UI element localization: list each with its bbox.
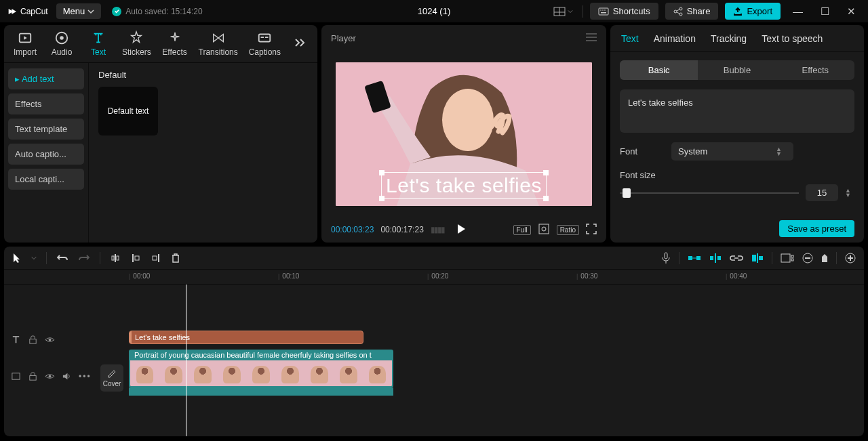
undo-button[interactable] (56, 253, 68, 263)
lock-icon[interactable] (28, 335, 38, 345)
eye-icon[interactable] (45, 335, 55, 345)
stepper-icon[interactable]: ▲▼ (776, 147, 787, 156)
mic-button[interactable] (661, 252, 671, 264)
sidebar-item-local-captions[interactable]: Local capti... (8, 169, 84, 190)
zoom-out-button[interactable] (802, 253, 813, 264)
fontsize-value[interactable]: 15 (806, 184, 838, 201)
fontsize-stepper[interactable]: ▲▼ (845, 188, 854, 198)
speaker-icon[interactable] (62, 371, 72, 381)
inspector-tab-animation[interactable]: Animation (654, 33, 696, 44)
clip-thumbnail (130, 360, 159, 386)
sidebar-item-text-template[interactable]: Text template (8, 119, 84, 140)
focus-button[interactable] (538, 223, 550, 237)
ratio-button[interactable]: Ratio (557, 225, 579, 235)
inspector-tab-tts[interactable]: Text to speech (762, 33, 823, 44)
tab-captions[interactable]: Captions (243, 30, 286, 57)
lock-icon[interactable] (28, 371, 38, 381)
layout-icon[interactable] (551, 7, 576, 16)
split-button[interactable] (110, 253, 121, 264)
clip-thumbnail (247, 360, 276, 386)
stickers-icon (129, 30, 144, 45)
fullscreen-button[interactable] (586, 224, 597, 236)
preview-toggle-button[interactable] (781, 253, 794, 263)
subtab-effects[interactable]: Effects (776, 60, 854, 80)
subtab-basic[interactable]: Basic (620, 60, 698, 80)
snap-button[interactable] (688, 253, 701, 263)
sidebar-item-auto-captions[interactable]: Auto captio... (8, 144, 84, 165)
zoom-slider-thumb[interactable] (821, 253, 828, 263)
inspector-tab-text[interactable]: Text (621, 33, 639, 44)
svg-point-57 (49, 375, 52, 378)
tab-transitions[interactable]: Transitions (193, 30, 243, 57)
captions-icon (257, 30, 272, 45)
track-more-icon[interactable]: ••• (79, 372, 92, 381)
subtab-bubble[interactable]: Bubble (698, 60, 776, 80)
pointer-tool[interactable] (12, 253, 22, 264)
text-clip[interactable]: Let's take selfies (129, 331, 363, 344)
share-button[interactable]: Share (665, 3, 719, 20)
library-heading: Default (98, 70, 308, 80)
player-menu-icon[interactable] (586, 33, 597, 43)
video-preview[interactable]: Let's take selfies (321, 51, 606, 217)
tab-stickers-label: Stickers (122, 47, 151, 57)
overlay-text: Let's take selfies (386, 174, 542, 197)
video-clip-title: Portrait of young caucasian beautiful fe… (129, 350, 393, 360)
play-button[interactable] (456, 224, 466, 236)
shortcuts-button[interactable]: Shortcuts (590, 3, 658, 20)
magnet-button[interactable] (709, 253, 722, 264)
pointer-dropdown[interactable] (31, 255, 37, 261)
tab-stickers[interactable]: Stickers (117, 30, 157, 57)
svg-rect-3 (599, 8, 608, 15)
default-text-preset[interactable]: Default text (98, 87, 158, 135)
trim-left-button[interactable] (130, 253, 141, 264)
zoom-in-button[interactable] (845, 253, 856, 264)
sidebar-item-effects[interactable]: Effects (8, 93, 84, 114)
svg-rect-35 (665, 253, 667, 259)
tab-text[interactable]: Text (80, 30, 117, 57)
svg-rect-32 (135, 256, 139, 260)
link-button[interactable] (730, 254, 743, 262)
export-label: Export (747, 6, 772, 16)
resize-handle-br[interactable] (543, 196, 549, 201)
trim-right-button[interactable] (151, 253, 161, 264)
slider-thumb[interactable] (623, 188, 631, 198)
keyboard-icon (598, 7, 609, 16)
library-sidebar: ▸ Add text Effects Text template Auto ca… (4, 63, 88, 243)
text-value-input[interactable]: Let's take selfies (620, 89, 854, 133)
export-button[interactable]: Export (725, 3, 781, 20)
video-icon (11, 371, 21, 381)
tabs-overflow-button[interactable] (286, 38, 315, 49)
playhead[interactable] (186, 285, 186, 436)
redo-button[interactable] (78, 253, 90, 263)
inspector-tab-tracking[interactable]: Tracking (711, 33, 747, 44)
sidebar-item-add-text[interactable]: ▸ Add text (8, 68, 84, 89)
delete-button[interactable] (171, 253, 180, 264)
tab-audio[interactable]: Audio (43, 30, 80, 57)
svg-line-12 (677, 12, 679, 14)
tab-effects[interactable]: Effects (157, 30, 193, 57)
resize-handle-tr[interactable] (543, 170, 549, 175)
timeline-body[interactable]: ••• Cover Let's take selfies Portrait of… (4, 285, 864, 436)
fontsize-slider[interactable] (620, 192, 799, 194)
full-button[interactable]: Full (513, 225, 531, 235)
video-clip[interactable]: Portrait of young caucasian beautiful fe… (129, 350, 393, 396)
tab-captions-label: Captions (249, 47, 281, 57)
menu-button[interactable]: Menu (56, 3, 102, 19)
eye-icon[interactable] (45, 371, 55, 381)
svg-point-8 (674, 10, 677, 13)
timeline-toolbar (4, 247, 864, 270)
timeline-ruler[interactable]: 00:00 00:10 00:20 00:30 00:40 (4, 270, 864, 285)
resize-handle-tl[interactable] (379, 170, 384, 175)
save-preset-button[interactable]: Save as preset (779, 220, 854, 237)
inspector-panel: Text Animation Tracking Text to speech B… (610, 25, 864, 243)
clip-thumbnail (275, 360, 304, 386)
resize-handle-bl[interactable] (379, 196, 384, 201)
font-select[interactable]: System ▲▼ (671, 142, 793, 161)
close-button[interactable]: ✕ (842, 5, 861, 18)
minimize-button[interactable]: — (787, 5, 808, 17)
text-overlay-selection[interactable]: Let's take selfies (381, 172, 547, 199)
maximize-button[interactable]: ☐ (815, 5, 835, 18)
tab-import[interactable]: Import (7, 30, 43, 57)
align-button[interactable] (751, 253, 764, 264)
player-controls: 00:00:03:23 00:00:17:23 ▮▮▮▮ Full Ratio (321, 217, 606, 243)
